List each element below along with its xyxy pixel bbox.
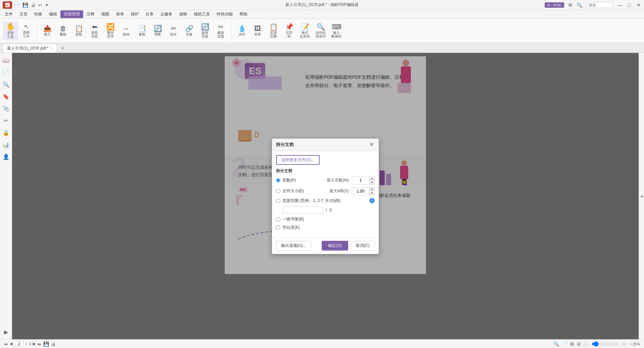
menu-item-share[interactable]: 分享 xyxy=(142,10,157,18)
menu-item-present[interactable]: 放映 xyxy=(176,10,191,18)
reorder-btn[interactable]: 🔀 重排页序 xyxy=(103,21,118,40)
menu-item-help[interactable]: 帮助 xyxy=(236,10,251,18)
option-range-radio[interactable] xyxy=(276,199,280,203)
max-mb-up-btn[interactable]: ▲ xyxy=(369,188,374,191)
zoom-plus-btn[interactable]: + xyxy=(621,342,627,346)
nav-next-btn[interactable]: ▶ xyxy=(33,342,36,346)
option-filesize-label[interactable]: 文件大小(E) xyxy=(282,188,327,194)
pagenumber-btn[interactable]: 📝 格式化页码 xyxy=(297,21,313,40)
max-pages-up-btn[interactable]: ▲ xyxy=(369,177,374,181)
crop-btn[interactable]: ✂ 截剪页面 xyxy=(213,21,228,40)
option-bookmark-radio[interactable] xyxy=(276,217,280,221)
new-tab-btn[interactable]: + xyxy=(58,44,67,53)
option-blank-radio[interactable] xyxy=(276,225,280,230)
save-page-btn[interactable]: 💾 xyxy=(43,341,49,347)
settings-icon[interactable]: ⚙ xyxy=(568,2,573,8)
redo-dropdown-icon[interactable]: ▼ xyxy=(44,3,49,7)
minimize-btn[interactable]: — xyxy=(617,2,623,8)
menu-item-tools[interactable]: 辅助工具 xyxy=(191,10,213,18)
sidebar-thumbnail-icon[interactable]: 📖 xyxy=(1,56,11,65)
sidebar-attachment-icon[interactable]: 📎 xyxy=(1,104,11,113)
view-single-icon[interactable]: 📄 xyxy=(562,341,568,347)
max-pages-down-btn[interactable]: ▼ xyxy=(369,181,374,184)
select-tool-btn[interactable]: ↖ 选择工具 xyxy=(18,21,34,40)
input-btn[interactable]: ⌨ 输入数据码 xyxy=(329,21,344,40)
option-pages-radio[interactable] xyxy=(276,178,280,183)
menu-item-protect[interactable]: 保护 xyxy=(127,10,142,18)
menu-item-page-manage[interactable]: 页面管理 xyxy=(60,10,83,18)
dialog-close-btn[interactable]: ✕ xyxy=(368,141,375,148)
split-btn[interactable]: ✂ 拆分 xyxy=(166,21,181,40)
sidebar-signatures-icon[interactable]: 👤 xyxy=(1,152,11,161)
sidebar-bookmark-icon[interactable]: 🔖 xyxy=(1,92,11,101)
sidebar-layers-icon[interactable]: 📊 xyxy=(1,140,11,149)
menu-item-file[interactable]: 文件 xyxy=(1,10,16,18)
max-mb-down-btn[interactable]: ▼ xyxy=(369,191,374,195)
sidebar-pages-icon[interactable]: 📄 xyxy=(1,68,11,77)
option-filesize-radio[interactable] xyxy=(276,189,280,193)
header-btn[interactable]: 📋 页眉页脚 xyxy=(266,21,281,40)
view-grid-icon[interactable]: ⊞ xyxy=(570,341,574,347)
nav-last-btn[interactable]: ⏭ xyxy=(38,342,41,346)
extract-btn[interactable]: 📋 提取 xyxy=(71,21,87,40)
sidebar-expand-btn[interactable]: ▶ xyxy=(1,327,11,337)
option-range-label[interactable]: 页面范围 (范例：1, 2-7, 8-10)(B) xyxy=(282,198,367,204)
undo-icon[interactable]: ↩ xyxy=(38,2,43,8)
ok-btn[interactable]: 确定(O) xyxy=(322,241,348,251)
move-btn[interactable]: ↔ 移动 xyxy=(118,21,134,40)
search-icon[interactable]: 🔍 xyxy=(577,2,582,8)
search-input[interactable] xyxy=(586,2,613,8)
option-blank-label[interactable]: 空白页(K) xyxy=(282,225,375,230)
sidebar-comment-icon[interactable]: ✏ xyxy=(1,116,11,125)
option-bookmark-label[interactable]: 一级书签(B) xyxy=(282,216,375,222)
document-tab[interactable]: 新人引导(1)_OCR.pdf * × xyxy=(3,44,57,53)
page-number-input[interactable] xyxy=(14,341,24,347)
menu-item-edit[interactable]: 编辑 xyxy=(46,10,60,18)
maximize-btn[interactable]: □ xyxy=(627,2,632,8)
delete-btn[interactable]: 🗑 删除 xyxy=(55,21,71,40)
background-btn[interactable]: 🖼 背景 xyxy=(250,21,265,40)
ocr-btn[interactable]: 🔍 识别试用水印 xyxy=(313,21,328,40)
rotate-btn[interactable]: 🔃 旋转页面 xyxy=(197,21,213,40)
menu-item-features[interactable]: 特色功能 xyxy=(213,10,236,18)
print-icon[interactable]: 🖨 xyxy=(30,2,36,8)
menu-item-comment[interactable]: 注释 xyxy=(83,10,98,18)
zoom-minus-btn[interactable]: − xyxy=(584,342,589,346)
user-badge[interactable]: A - Sh3n xyxy=(545,2,564,8)
prev-page-btn[interactable]: ⬅ 退前页面 xyxy=(87,21,102,40)
max-mb-input[interactable]: 1.00 xyxy=(352,188,369,194)
save-icon[interactable]: 💾 xyxy=(22,2,29,8)
watermark-btn[interactable]: 💧 水印 xyxy=(234,21,250,40)
select-files-btn[interactable]: 选择更多文件(S)... xyxy=(276,155,320,165)
info-icon[interactable]: i xyxy=(369,198,375,203)
view-scroll-icon[interactable]: ⊟ xyxy=(577,341,581,347)
tab-close-btn[interactable]: × xyxy=(51,47,53,50)
page-range-input[interactable] xyxy=(283,206,323,214)
menu-item-convert[interactable]: 转换 xyxy=(31,10,46,18)
sidebar-search-icon[interactable]: 🔍 xyxy=(1,80,11,89)
zoom-out-icon[interactable]: 🔍 xyxy=(553,341,559,347)
bates-btn[interactable]: 📌 贝茨码 xyxy=(281,21,297,40)
menu-item-view[interactable]: 视图 xyxy=(98,10,113,18)
zoom-slider[interactable] xyxy=(592,341,619,347)
insert-btn[interactable]: 📤 插入 xyxy=(40,21,55,40)
nav-first-btn[interactable]: ⏮ xyxy=(4,342,8,346)
max-pages-spinbox[interactable]: 1 ▲ ▼ xyxy=(352,177,375,185)
sidebar-right-toggle[interactable]: ◀ xyxy=(640,194,643,198)
close-btn[interactable]: ✕ xyxy=(636,2,641,8)
menu-item-home[interactable]: 主页 xyxy=(16,10,31,18)
print-status-btn[interactable]: 🖨 xyxy=(51,341,56,347)
option-pages-label[interactable]: 页数(P) xyxy=(282,178,325,183)
max-mb-spinbox[interactable]: 1.00 ▲ ▼ xyxy=(352,187,375,195)
hand-tool-btn[interactable]: ✋ 手型工具 xyxy=(3,21,18,40)
sidebar-security-icon[interactable]: 🔒 xyxy=(1,128,11,137)
copy-btn[interactable]: 📑 复制 xyxy=(134,21,150,40)
output-options-btn[interactable]: 输出选项(U)... xyxy=(276,241,311,251)
nav-prev-btn[interactable]: ◀ xyxy=(10,342,12,346)
new-icon[interactable]: 📄 xyxy=(13,2,20,8)
replace-btn[interactable]: 🔄 替换 xyxy=(150,21,165,40)
max-pages-input[interactable]: 1 xyxy=(352,178,369,184)
swap-btn[interactable]: 🔗 交换 xyxy=(181,21,197,40)
cancel-btn[interactable]: 取消(C) xyxy=(351,241,375,251)
menu-item-form[interactable]: 表单 xyxy=(113,10,127,18)
